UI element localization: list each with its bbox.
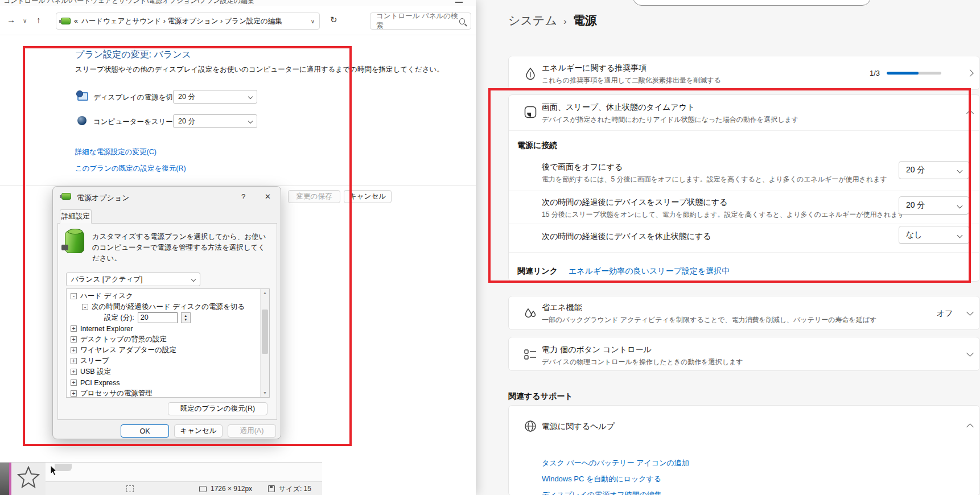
advanced-settings-tree[interactable]: -ハード ディスク -次の時間が経過後ハード ディスクの電源を切る 設定 (分)… xyxy=(66,288,270,398)
leaf-icon xyxy=(524,67,537,80)
energy-saver-card[interactable]: 省エネ機能 一部のバックグラウンド アクティビティを制限することで、電力消費を削… xyxy=(508,296,980,330)
status-value: オフ xyxy=(937,308,953,319)
scroll-up-icon[interactable]: ▲ xyxy=(261,289,269,297)
address-prefix: « xyxy=(74,17,78,25)
cancel-button[interactable]: キャンセル xyxy=(344,190,392,203)
cancel-button[interactable]: キャンセル xyxy=(174,424,223,438)
dropdown-value: なし xyxy=(906,230,923,240)
power-button-controls-card[interactable]: 電力 個のボタン コントロール デバイスの物理コントロールを操作したときの動作を… xyxy=(508,337,980,371)
expand-icon[interactable]: + xyxy=(71,369,77,375)
display-off-label: ディスプレイの電源を切る: xyxy=(93,93,182,102)
progress-fill xyxy=(887,72,919,75)
plan-combo[interactable]: バランス [アクティブ] xyxy=(66,273,200,286)
expand-icon[interactable]: + xyxy=(71,347,77,353)
tree-item[interactable]: +PCI Express xyxy=(67,377,269,388)
tree-item[interactable]: -ハード ディスク xyxy=(67,291,269,302)
card-title: 画面、スリープ、休止状態のタイムアウト xyxy=(542,102,695,113)
tree-item-label: 次の時間が経過後ハード ディスクの電源を切る xyxy=(92,302,245,312)
display-off-time-link[interactable]: ディスプレイの電源オフ時間の編集 xyxy=(542,490,662,495)
paint-app-strip: 1726 × 912px サイズ: 15 xyxy=(0,462,322,495)
tree-scrollbar[interactable]: ▲ ▼ xyxy=(260,289,269,397)
sleep-dropdown[interactable]: 20 分 xyxy=(899,196,969,214)
address-dropdown-icon[interactable]: ∨ xyxy=(311,18,315,24)
breadcrumb-system[interactable]: システム xyxy=(508,13,557,28)
spinner-control[interactable]: ▲▼ xyxy=(181,312,191,323)
tree-item[interactable]: +デスクトップの背景の設定 xyxy=(67,334,269,345)
window-titlebar: コントロール パネル\ハードウェアとサウンド\電源オプション\プラン設定の編集 xyxy=(0,0,476,6)
dialog-intro-text: カスタマイズする電源プランを選択してから、お使いのコンピューターで電源を管理する… xyxy=(92,232,270,263)
tree-item[interactable]: +ワイヤレス アダプターの設定 xyxy=(67,345,269,356)
paint-canvas xyxy=(46,463,322,481)
nav-chevron-icon[interactable]: ∨ xyxy=(23,18,27,24)
chevron-right-icon[interactable] xyxy=(966,69,974,77)
chevron-down-icon xyxy=(248,119,253,123)
tree-item[interactable]: +プロセッサの電源管理 xyxy=(67,388,269,398)
expand-icon[interactable]: + xyxy=(71,358,77,364)
address-bar[interactable]: « ハードウェアとサウンド › 電源オプション › プラン設定の編集 ∨ xyxy=(56,13,320,30)
collapse-icon[interactable]: - xyxy=(71,293,77,299)
apply-button[interactable]: 適用(A) xyxy=(228,424,276,438)
restore-defaults-link[interactable]: このプランの既定の設定を復元(R) xyxy=(75,164,186,174)
tree-item[interactable]: +USB 設定 xyxy=(67,366,269,377)
address-breadcrumb[interactable]: ハードウェアとサウンド › 電源オプション › プラン設定の編集 xyxy=(81,16,307,26)
tree-item-label: プロセッサの電源管理 xyxy=(80,389,153,398)
battery-taskbar-link[interactable]: タスク バーへのバッテリー アイコンの追加 xyxy=(542,458,689,468)
up-icon[interactable]: ↑ xyxy=(36,15,41,24)
paint-status-bar: 1726 × 912px サイズ: 15 xyxy=(46,481,322,495)
power-help-card: 電源に関するヘルプ タスク バーへのバッテリー アイコンの追加 Windows … xyxy=(508,405,980,495)
expand-icon[interactable]: + xyxy=(71,325,77,332)
expand-icon[interactable]: + xyxy=(71,380,77,386)
spin-up-icon[interactable]: ▲ xyxy=(184,314,187,318)
restore-plan-defaults-button[interactable]: 既定のプランの復元(R) xyxy=(168,402,267,415)
help-icon[interactable]: ? xyxy=(241,192,245,201)
window-title: コントロール パネル\ハードウェアとサウンド\電源オプション\プラン設定の編集 xyxy=(3,0,254,6)
chevron-down-icon[interactable] xyxy=(966,349,974,357)
save-changes-button[interactable]: 変更の保存 xyxy=(288,190,340,203)
chevron-down-icon xyxy=(957,232,963,238)
scroll-down-icon[interactable]: ▼ xyxy=(261,389,269,397)
tab-advanced-settings[interactable]: 詳細設定 xyxy=(60,209,92,224)
expand-icon[interactable]: + xyxy=(71,390,77,397)
selection-icon xyxy=(126,485,134,492)
energy-recommendations-card[interactable]: エネルギーに関する推奨事項 これらの推奨事項を適用して二酸化炭素排出量を削減する… xyxy=(508,56,980,90)
tree-item[interactable]: +スリープ xyxy=(67,356,269,366)
scroll-thumb[interactable] xyxy=(262,310,268,354)
file-size: サイズ: 15 xyxy=(279,484,311,494)
ok-button[interactable]: OK xyxy=(121,424,169,438)
power-options-dialog: 電源オプション ? ✕ 詳細設定 カスタマイズする電源プランを選択してから、お使… xyxy=(52,186,281,439)
star-tool-icon[interactable] xyxy=(17,466,40,492)
dialog-title: 電源オプション xyxy=(77,193,130,203)
screen: システム › 電源 エネルギーに関する推奨事項 これらの推奨事項を適用して二酸化… xyxy=(0,0,980,495)
display-off-dropdown[interactable]: 20 分 xyxy=(173,90,257,104)
plan-settings-heading: プラン設定の変更: バランス xyxy=(75,49,191,61)
auto-lock-link[interactable]: Windows PC を自動的にロックする xyxy=(542,474,661,484)
divider xyxy=(0,35,476,35)
plan-settings-description: スリープ状態やその他のディスプレイ設定をお使いのコンピューターに適用するまでの時… xyxy=(75,65,444,75)
dropdown-value: 20 分 xyxy=(906,200,925,211)
canvas-dimensions: 1726 × 912px xyxy=(211,485,252,493)
expand-icon[interactable]: + xyxy=(71,336,77,343)
dropdown-value: 20 分 xyxy=(178,117,195,126)
tree-item[interactable]: +Internet Explorer xyxy=(67,323,269,334)
screen-off-dropdown[interactable]: 20 分 xyxy=(899,161,969,179)
tree-item[interactable]: -次の時間が経過後ハード ディスクの電源を切る xyxy=(67,302,269,312)
efficient-sleep-link[interactable]: エネルギー効率の良いスリープ設定を選択中 xyxy=(569,266,730,277)
chevron-down-icon xyxy=(191,277,196,282)
chevron-up-icon[interactable] xyxy=(966,110,974,117)
refresh-icon[interactable]: ↻ xyxy=(330,15,337,25)
close-icon[interactable]: ✕ xyxy=(265,192,271,201)
minimize-icon[interactable] xyxy=(455,2,463,3)
settings-search-box[interactable] xyxy=(633,0,871,6)
collapse-icon[interactable]: - xyxy=(82,304,88,310)
advanced-power-settings-link[interactable]: 詳細な電源設定の変更(C) xyxy=(75,147,157,157)
sleep-dropdown[interactable]: 20 分 xyxy=(173,114,257,128)
hibernate-dropdown[interactable]: なし xyxy=(899,226,969,244)
spin-down-icon[interactable]: ▼ xyxy=(184,318,187,322)
chevron-up-icon[interactable] xyxy=(966,423,974,431)
forward-icon[interactable]: → xyxy=(7,15,15,24)
control-panel-search[interactable]: コントロール パネルの検索 xyxy=(370,13,471,30)
card-subtitle: これらの推奨事項を適用して二酸化炭素排出量を削減する xyxy=(542,76,721,85)
power-options-icon xyxy=(61,18,71,24)
minutes-input[interactable]: 20 xyxy=(138,312,178,323)
chevron-down-icon[interactable] xyxy=(966,308,974,316)
